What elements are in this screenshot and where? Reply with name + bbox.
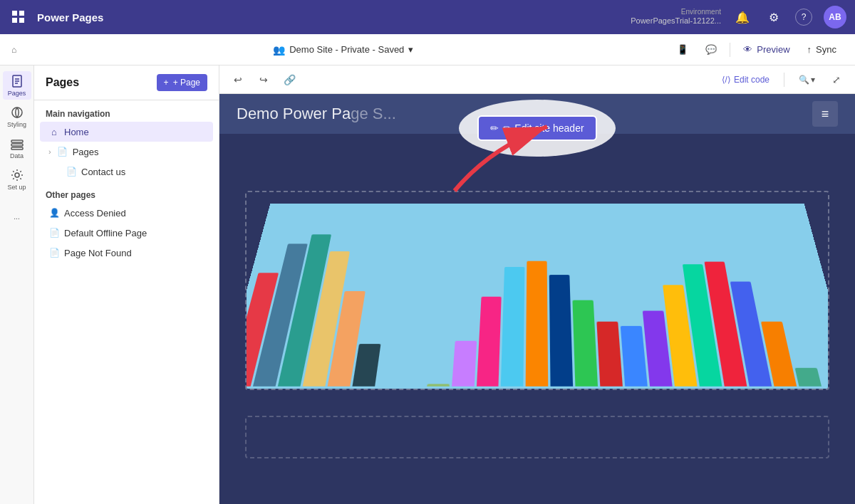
settings-icon[interactable]: ⚙ bbox=[764, 7, 784, 27]
data-icon-label: Data bbox=[10, 152, 24, 159]
page-icon: 📄 bbox=[57, 146, 68, 157]
svg-rect-0 bbox=[12, 11, 17, 16]
site-name-text: Demo Site - Private - Saved bbox=[289, 44, 404, 55]
divider bbox=[730, 43, 730, 57]
svg-point-8 bbox=[12, 107, 22, 117]
not-found-icon: 📄 bbox=[48, 247, 60, 258]
book-panel bbox=[427, 384, 450, 387]
book-panel bbox=[501, 267, 525, 386]
book-panel bbox=[452, 341, 477, 387]
book-panel bbox=[794, 368, 821, 387]
nav-item-not-found[interactable]: 📄 Page Not Found bbox=[40, 243, 213, 263]
hamburger-button[interactable]: ≡ bbox=[812, 101, 838, 127]
vscode-icon: ⟨/⟩ bbox=[722, 75, 731, 85]
expand-button[interactable]: ⤢ bbox=[826, 70, 846, 90]
home-nav-icon: ⌂ bbox=[11, 45, 16, 55]
nav-item-home[interactable]: ⌂ Home ··· bbox=[40, 122, 213, 142]
svg-rect-11 bbox=[11, 147, 23, 149]
site-title: Demo Power Page S... bbox=[237, 105, 396, 123]
sidebar-item-styling[interactable]: Styling bbox=[3, 103, 31, 131]
zoom-icon: 🔍 bbox=[799, 75, 809, 85]
env-label: Environment bbox=[631, 8, 721, 16]
nav-item-access-denied[interactable]: 👤 Access Denied bbox=[40, 203, 213, 223]
toolbar: ↩ ↪ 🔗 ⟨/⟩ Edit code 🔍 ▾ ⤢ bbox=[219, 65, 855, 94]
sidebar-item-pages[interactable]: Pages bbox=[3, 71, 31, 100]
redo-button[interactable]: ↪ bbox=[254, 70, 274, 90]
pages-nav-label: Pages bbox=[73, 147, 99, 157]
help-icon[interactable]: ? bbox=[795, 9, 812, 26]
notifications-icon[interactable]: 🔔 bbox=[732, 7, 752, 27]
book-panel bbox=[476, 296, 502, 386]
other-pages-label: Other pages bbox=[34, 182, 219, 203]
book-panel bbox=[597, 322, 623, 387]
contact-label: Contact us bbox=[81, 167, 125, 177]
svg-rect-3 bbox=[19, 18, 24, 23]
hero-image-section[interactable] bbox=[245, 191, 829, 390]
site-name-button[interactable]: 👥 Demo Site - Private - Saved ▾ bbox=[273, 44, 413, 56]
comment-button[interactable]: 💬 bbox=[698, 41, 724, 58]
books-visual bbox=[245, 204, 829, 390]
more-options-button[interactable]: ... bbox=[3, 202, 31, 231]
svg-rect-9 bbox=[11, 140, 23, 142]
top-nav-right: Environment PowerPagesTrial-12122... 🔔 ⚙… bbox=[631, 6, 846, 28]
sync-icon: ↑ bbox=[807, 44, 812, 55]
offline-label: Default Offline Page bbox=[64, 228, 147, 238]
env-name: PowerPagesTrial-12122... bbox=[631, 16, 721, 26]
edit-code-button[interactable]: ⟨/⟩ Edit code bbox=[716, 72, 775, 88]
avatar[interactable]: AB bbox=[824, 6, 846, 28]
book-panel bbox=[526, 261, 549, 387]
chevron-down-icon: ▾ bbox=[408, 44, 413, 55]
add-page-button[interactable]: + + Page bbox=[157, 74, 207, 91]
svg-point-12 bbox=[15, 173, 19, 177]
site-icon: 👥 bbox=[273, 44, 285, 56]
zoom-control[interactable]: 🔍 ▾ bbox=[793, 72, 821, 88]
access-denied-label: Access Denied bbox=[64, 208, 126, 219]
canvas-container: ↩ ↪ 🔗 ⟨/⟩ Edit code 🔍 ▾ ⤢ Demo Power Pag… bbox=[219, 65, 855, 504]
chevron-zoom-icon: ▾ bbox=[811, 75, 815, 85]
icon-sidebar: Pages Styling Data Set up ... bbox=[0, 65, 34, 504]
svg-rect-1 bbox=[19, 11, 24, 16]
styling-icon-label: Styling bbox=[7, 121, 26, 128]
home-icon: ⌂ bbox=[48, 126, 60, 137]
not-found-label: Page Not Found bbox=[64, 248, 132, 258]
setup-icon-label: Set up bbox=[7, 184, 26, 191]
preview-icon: 👁 bbox=[743, 44, 752, 55]
main-layout: Pages Styling Data Set up ... bbox=[0, 65, 855, 504]
top-navigation: Power Pages Environment PowerPagesTrial-… bbox=[0, 0, 855, 34]
lock-icon: 👤 bbox=[48, 207, 60, 219]
svg-rect-10 bbox=[11, 144, 23, 146]
preview-button[interactable]: 👁 Preview bbox=[736, 41, 797, 58]
pages-header: Pages + + Page bbox=[34, 65, 219, 100]
undo-button[interactable]: ↩ bbox=[228, 70, 248, 90]
home-label: Home bbox=[64, 127, 89, 137]
sidebar-item-data[interactable]: Data bbox=[3, 134, 31, 162]
site-preview: Demo Power Page S... ≡ ✏ ✏ Edit site hea… bbox=[219, 94, 855, 504]
book-panel bbox=[549, 275, 573, 387]
app-title: Power Pages bbox=[37, 11, 103, 23]
chevron-right-icon: › bbox=[48, 147, 51, 156]
canvas[interactable]: Demo Power Page S... ≡ ✏ ✏ Edit site hea… bbox=[219, 94, 855, 504]
book-panel bbox=[352, 344, 380, 387]
grid-icon[interactable] bbox=[9, 7, 28, 27]
plus-icon: + bbox=[164, 78, 169, 88]
toolbar-divider bbox=[784, 73, 784, 87]
sync-button[interactable]: ↑ Sync bbox=[800, 41, 844, 58]
svg-rect-2 bbox=[12, 18, 17, 23]
offline-icon: 📄 bbox=[48, 227, 60, 238]
main-navigation-label: Main navigation bbox=[34, 100, 219, 122]
bottom-section bbox=[245, 416, 829, 458]
pages-panel: Pages + + Page Main navigation ⌂ Home ··… bbox=[34, 65, 219, 504]
nav-item-contact[interactable]: 📄 Contact us bbox=[40, 162, 213, 182]
second-navigation: ⌂ 👥 Demo Site - Private - Saved ▾ 📱 💬 👁 … bbox=[0, 34, 855, 65]
sidebar-item-setup[interactable]: Set up bbox=[3, 165, 31, 194]
book-panel bbox=[573, 300, 598, 387]
pages-title: Pages bbox=[46, 76, 79, 89]
contact-icon: 📄 bbox=[66, 166, 77, 177]
book-panel bbox=[621, 326, 648, 387]
nav-item-offline[interactable]: 📄 Default Offline Page bbox=[40, 223, 213, 243]
link-button[interactable]: 🔗 bbox=[279, 70, 299, 90]
nav-item-pages[interactable]: › 📄 Pages bbox=[40, 142, 213, 162]
pages-icon-label: Pages bbox=[8, 90, 26, 97]
mobile-preview-button[interactable]: 📱 bbox=[670, 41, 695, 58]
more-icon: ... bbox=[14, 213, 19, 221]
